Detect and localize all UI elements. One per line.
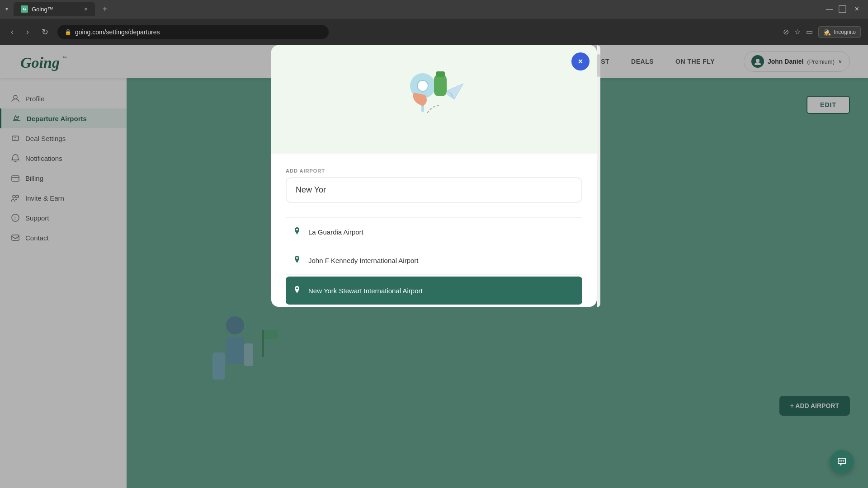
minimize-button[interactable]: — (822, 3, 837, 15)
browser-chrome: ▾ G Going™ × + — ⃞ × ‹ › ↻ 🔒 going.com/s… (0, 0, 868, 45)
modal-scrollbar (597, 45, 600, 307)
svg-point-27 (843, 460, 844, 462)
svg-point-23 (296, 257, 298, 259)
close-x-icon: × (578, 57, 583, 66)
modal-overlay[interactable]: × (0, 45, 868, 488)
modal-illustration (271, 45, 597, 154)
pin-icon-jfk (293, 255, 301, 265)
search-input-value: New Yor (296, 185, 326, 194)
svg-rect-20 (434, 75, 447, 96)
address-bar[interactable]: 🔒 going.com/settings/departures (57, 25, 329, 39)
modal-close-button[interactable]: × (571, 52, 590, 70)
airport-search-results: La Guardia Airport John F Kennedy Intern… (286, 217, 582, 305)
tab-close-button[interactable]: × (84, 5, 88, 13)
airport-search-input[interactable]: New Yor (286, 177, 582, 203)
tab-title: Going™ (32, 6, 53, 13)
airport-name-lga: La Guardia Airport (308, 228, 363, 236)
maximize-button[interactable]: ⃞ (840, 3, 848, 15)
new-tab-button[interactable]: + (99, 3, 111, 15)
chat-button[interactable] (830, 450, 854, 474)
back-button[interactable]: ‹ (7, 25, 17, 38)
camera-icon[interactable]: ⊘ (783, 28, 789, 36)
svg-point-19 (417, 80, 428, 91)
close-window-button[interactable]: × (851, 3, 863, 15)
svg-point-25 (840, 460, 841, 462)
browser-titlebar: ▾ G Going™ × + — ⃞ × (0, 0, 868, 18)
bookmark-star-icon[interactable]: ☆ (794, 28, 801, 36)
cast-icon[interactable]: ▭ (806, 28, 813, 36)
tab-favicon: G (21, 5, 28, 13)
airport-name-swf: New York Stewart International Airport (308, 287, 423, 295)
tab-switcher[interactable]: ▾ (5, 6, 8, 12)
page-content: Going ™ WATCHLIST DEALS ON THE FLY John … (0, 45, 868, 488)
active-tab[interactable]: G Going™ × (14, 2, 95, 16)
window-controls: — ⃞ × (822, 3, 863, 15)
address-text: going.com/settings/departures (75, 28, 160, 36)
forward-button[interactable]: › (23, 25, 33, 38)
modal-body: ADD AIRPORT New Yor (271, 154, 597, 217)
airport-name-jfk: John F Kennedy International Airport (308, 257, 419, 264)
pin-icon-lga (293, 227, 301, 237)
modal-hero-svg (389, 63, 479, 136)
lock-icon: 🔒 (65, 29, 71, 35)
airport-result-swf[interactable]: New York Stewart International Airport (286, 277, 582, 305)
pin-icon-swf (293, 286, 301, 296)
chat-icon (836, 456, 847, 467)
svg-point-24 (296, 287, 298, 289)
browser-toolbar: ‹ › ↻ 🔒 going.com/settings/departures ⊘ … (0, 18, 868, 45)
refresh-button[interactable]: ↻ (38, 25, 52, 39)
svg-point-26 (841, 460, 843, 462)
incognito-badge: 🕵 Incognito (818, 26, 861, 38)
svg-rect-21 (436, 71, 445, 77)
incognito-label: Incognito (834, 29, 856, 35)
svg-point-22 (296, 229, 298, 230)
airport-result-lga[interactable]: La Guardia Airport (286, 218, 582, 246)
add-airport-modal: × (271, 45, 597, 307)
toolbar-right: ⊘ ☆ ▭ 🕵 Incognito (783, 26, 861, 38)
input-label: ADD AIRPORT (286, 168, 582, 174)
airport-result-jfk[interactable]: John F Kennedy International Airport (286, 246, 582, 275)
incognito-icon: 🕵 (823, 28, 831, 36)
modal-scroll-thumb[interactable] (597, 54, 600, 77)
